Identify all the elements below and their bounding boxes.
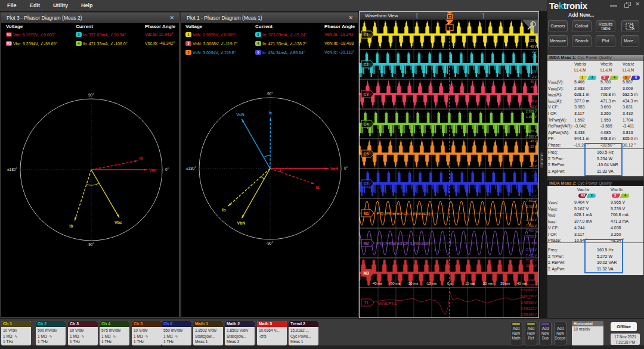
svg-text:±180°: ±180° xyxy=(7,167,17,172)
svg-text:-1 V: -1 V xyxy=(531,189,537,192)
svg-text:5.459959 V: 5.459959 V xyxy=(521,301,537,304)
svg-text:1 V: 1 V xyxy=(532,55,537,59)
svg-text:90°: 90° xyxy=(267,92,273,96)
svg-text:M3: M3 xyxy=(363,271,369,275)
svg-text:T: T xyxy=(448,26,451,31)
svg-text:-40 V: -40 V xyxy=(530,105,537,108)
svg-text:-40 V: -40 V xyxy=(530,164,537,168)
svg-text:0 V: 0 V xyxy=(532,241,537,245)
svg-text:0 s: 0 s xyxy=(447,282,452,285)
svg-text:-7.401 V: -7.401 V xyxy=(525,254,537,257)
svg-text:-90°: -90° xyxy=(87,242,94,247)
svg-text:Ia: Ia xyxy=(316,185,320,189)
svg-text:20 ms: 20 ms xyxy=(483,282,493,285)
svg-text:5.533632 V: 5.533632 V xyxy=(521,288,537,292)
svg-text:T1: T1 xyxy=(364,301,369,305)
svg-text:±180°: ±180° xyxy=(186,166,196,170)
svg-text:2 V: 2 V xyxy=(532,169,537,173)
svg-text:-10 ms: -10 ms xyxy=(426,282,436,285)
svg-text:-PQ: Filtered ch-1(meas1)-: -PQ: Filtered ch-1(meas1)- xyxy=(375,211,432,216)
svg-text:0°: 0° xyxy=(344,166,348,170)
svg-text:C2: C2 xyxy=(364,63,369,67)
svg-text:-2 V: -2 V xyxy=(531,194,537,198)
svg-text:Ib: Ib xyxy=(222,208,225,212)
svg-text:-40 V: -40 V xyxy=(530,45,537,48)
svg-text:-40 ms: -40 ms xyxy=(371,282,382,285)
svg-text:7.401 V: 7.401 V xyxy=(526,199,537,202)
svg-text:40 V: 40 V xyxy=(530,80,537,83)
svg-text:-20 V: -20 V xyxy=(530,39,537,42)
svg-text:M1: M1 xyxy=(363,211,369,216)
svg-text:7.401 V: 7.401 V xyxy=(526,229,537,232)
svg-text:90°: 90° xyxy=(88,93,94,97)
svg-text:20.00 V: 20.00 V xyxy=(526,264,537,267)
svg-text:VrmsPh1: VrmsPh1 xyxy=(377,301,397,306)
svg-text:Ib: Ib xyxy=(69,224,73,228)
svg-text:C5: C5 xyxy=(364,152,369,156)
svg-text:-1.150 V: -1.150 V xyxy=(525,129,537,133)
svg-text:3.700 V: 3.700 V xyxy=(526,205,537,208)
svg-text:-2 V: -2 V xyxy=(531,75,537,79)
svg-text:VbN: VbN xyxy=(237,221,245,225)
svg-text:2.300 V: 2.300 V xyxy=(526,110,537,113)
svg-text:5.491796 V: 5.491796 V xyxy=(521,294,537,298)
svg-text:0 V: 0 V xyxy=(532,211,537,215)
svg-text:20 V: 20 V xyxy=(530,85,537,89)
svg-text:Vac: Vac xyxy=(149,168,156,172)
svg-text:20 V: 20 V xyxy=(530,145,537,148)
svg-text:-20.05 V: -20.05 V xyxy=(525,283,537,287)
svg-text:-20 ms: -20 ms xyxy=(407,282,418,285)
svg-text:10 ms: 10 ms xyxy=(465,282,475,285)
svg-text:40 V: 40 V xyxy=(530,139,537,143)
svg-text:20.05 V: 20.05 V xyxy=(526,258,537,262)
svg-text:0°: 0° xyxy=(165,167,169,172)
svg-text:-20.00 V: -20.00 V xyxy=(525,278,537,282)
svg-text:-30 ms: -30 ms xyxy=(389,282,400,285)
svg-text:5.396286 V: 5.396286 V xyxy=(521,313,537,316)
svg-text:-PQ: Filtered ch-1(meas2)-: -PQ: Filtered ch-1(meas2)- xyxy=(375,241,432,246)
svg-text:Ic: Ic xyxy=(269,111,273,115)
svg-text:-2.300 V: -2.300 V xyxy=(525,135,537,138)
svg-text:1 V: 1 V xyxy=(532,174,537,178)
svg-text:Ia: Ia xyxy=(140,156,143,160)
svg-text:Vbc: Vbc xyxy=(114,220,122,225)
svg-text:-3.700 V: -3.700 V xyxy=(525,218,537,222)
svg-text:1.150 V: 1.150 V xyxy=(526,115,537,119)
svg-text:-3.700 V: -3.700 V xyxy=(525,248,537,251)
svg-text:-20 V: -20 V xyxy=(530,99,537,103)
svg-text:-20 V: -20 V xyxy=(530,159,537,163)
svg-text:VaN: VaN xyxy=(330,167,338,171)
svg-text:2 V: 2 V xyxy=(532,50,537,54)
svg-text:3.700 V: 3.700 V xyxy=(526,235,537,238)
svg-text:C4: C4 xyxy=(364,122,369,126)
svg-text:-7.401 V: -7.401 V xyxy=(525,224,537,228)
svg-text:M2: M2 xyxy=(363,241,369,245)
svg-text:-1 V: -1 V xyxy=(531,70,537,73)
svg-text:-90°: -90° xyxy=(266,241,273,245)
svg-text:C3: C3 xyxy=(364,92,369,96)
svg-text:C6: C6 xyxy=(364,182,369,186)
svg-text:5.428123 V: 5.428123 V xyxy=(521,307,537,310)
svg-text:VcN: VcN xyxy=(236,113,244,117)
svg-text:30 ms: 30 ms xyxy=(500,282,510,285)
svg-text:C1: C1 xyxy=(364,33,369,37)
